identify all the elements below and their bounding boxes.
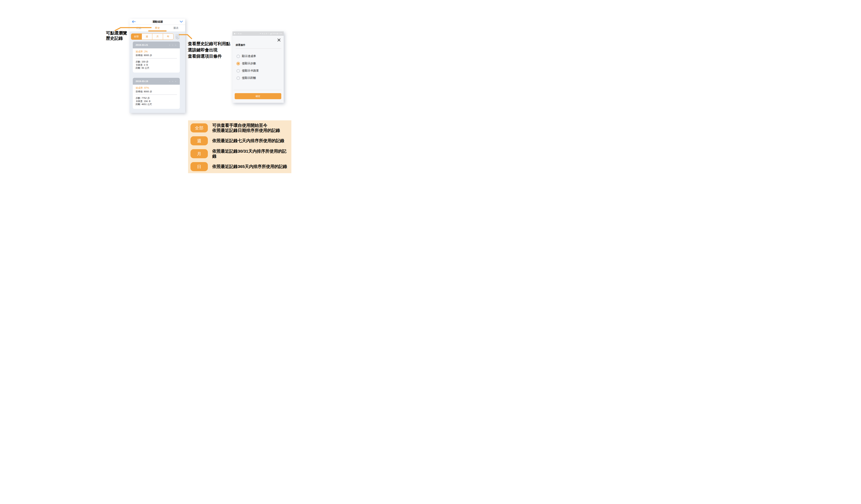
legend-text-line: 依照最近記錄七天内排序所使用的記錄 <box>212 138 284 143</box>
legend-text-line: 依照最近記錄日期排序所使用的記錄 <box>212 128 280 133</box>
radio-option-calories[interactable]: 僅顯示卡路里 <box>236 67 282 74</box>
dialog-divider <box>234 90 282 90</box>
more-options-icon[interactable]: ○ ○ ○ <box>169 44 177 46</box>
status-icons-right: ✶ N ▯ ◷ ◠ ◢ <box>260 33 272 34</box>
radio-label: 僅顯示步數 <box>242 62 256 65</box>
status-bar: ▣ ⌁ N ◎ ✶ N ▯ ◷ ◠ ◢ 25% ▮ 3:34 <box>232 31 284 36</box>
annotation-line: 查看歷史記錄可利用點 <box>188 41 230 47</box>
legend-row-day: 日 依照最近記錄365天内排序所使用的記錄 <box>191 162 290 171</box>
legend-button-month: 月 <box>191 149 208 158</box>
card-date: 2019-03-19 <box>136 80 148 82</box>
filter-options-list: 顯示達成率 僅顯示步數 僅顯示卡路里 僅顯示距離 <box>236 53 282 82</box>
chevron-down-icon[interactable] <box>180 21 183 23</box>
legend-button-week: 週 <box>191 136 208 145</box>
dialog-title: 篩選條件 <box>236 43 245 47</box>
history-card: 2019-03-21 ○ ○ ○ 達成率: 2% 目標值: 8000 步 步數:… <box>133 42 180 73</box>
filter-dialog-screen: ▣ ⌁ N ◎ ✶ N ▯ ◷ ◠ ◢ 25% ▮ 3:34 篩選條件 顯示達成… <box>232 31 284 103</box>
card-body: 達成率: 2% 目標值: 8000 步 步數: 159 步 卡路里: 3 卡 距… <box>133 48 180 73</box>
filter-sliders-icon[interactable] <box>176 33 180 40</box>
annotation-filter-hint: 查看歷史記錄可利用點 選該鍵即會出現 查看篩選項目條件 <box>188 41 230 59</box>
page-title: 運動追蹤 <box>152 20 163 24</box>
legend-text-line: 依照最近記錄30/31天内排序所使用的記錄 <box>212 149 290 159</box>
steps-stat: 步數: 159 步 <box>136 60 177 64</box>
achievement-rate: 達成率: 97% <box>136 86 177 89</box>
tab-bar: 紀錄 歷史 圖表 <box>129 25 185 31</box>
card-body: 達成率: 97% 目標值: 8000 步 步數: 7752 步 卡路里: 156… <box>133 85 180 109</box>
legend-button-all: 全部 <box>191 123 208 132</box>
exercise-tracking-screen: 運動追蹤 紀錄 歷史 圖表 全部 週 月 年 <box>129 19 185 113</box>
radio-option-achievement[interactable]: 顯示達成率 <box>236 53 282 60</box>
clock-time: 3:34 <box>278 33 282 34</box>
tab-charts[interactable]: 圖表 <box>167 25 185 31</box>
card-header: 2019-03-19 ○ ○ ○ <box>133 78 180 85</box>
radio-selected-icon <box>236 62 240 65</box>
back-arrow-icon[interactable] <box>132 20 136 23</box>
segment-all[interactable]: 全部 <box>131 34 142 40</box>
card-header: 2019-03-21 ○ ○ ○ <box>133 42 180 48</box>
battery-icon: ▮ <box>277 33 278 34</box>
goal-value: 目標值: 8000 步 <box>136 54 177 57</box>
legend-row-all: 全部 可供查看手環自使用開始至今 依照最近記錄日期排序所使用的記錄 <box>191 123 290 132</box>
distance-stat: 距離: 95 公尺 <box>136 67 177 70</box>
battery-percent: 25% <box>272 33 276 34</box>
confirm-button[interactable]: 確定 <box>235 93 281 99</box>
radio-label: 僅顯示卡路里 <box>242 69 259 73</box>
card-date: 2019-03-21 <box>136 44 148 46</box>
legend-button-day: 日 <box>191 162 208 171</box>
segment-month[interactable]: 月 <box>152 34 163 40</box>
history-card: 2019-03-19 ○ ○ ○ 達成率: 97% 目標值: 8000 步 步數… <box>133 78 180 109</box>
legend-panel: 全部 可供查看手環自使用開始至今 依照最近記錄日期排序所使用的記錄 週 依照最近… <box>188 120 291 173</box>
achievement-rate: 達成率: 2% <box>136 50 177 53</box>
calories-stat: 卡路里: 156 卡 <box>136 100 177 103</box>
radio-icon <box>236 69 240 73</box>
steps-stat: 步數: 7752 步 <box>136 97 177 100</box>
annotation-line: 可點選瀏覽 <box>106 30 127 36</box>
annotation-browse-history: 可點選瀏覽 歷史記錄 <box>106 30 127 41</box>
legend-row-week: 週 依照最近記錄七天内排序所使用的記錄 <box>191 136 290 145</box>
radio-label: 僅顯示距離 <box>242 76 256 80</box>
segment-week[interactable]: 週 <box>142 34 152 40</box>
annotation-line: 查看篩選項目條件 <box>188 53 230 59</box>
tab-records[interactable]: 紀錄 <box>129 25 148 31</box>
close-icon[interactable] <box>277 39 281 42</box>
app-header: 運動追蹤 <box>129 19 185 25</box>
history-list: 全部 週 月 年 2019-03-21 ○ ○ ○ <box>129 31 185 113</box>
legend-text-line: 可供查看手環自使用開始至今 <box>212 123 280 128</box>
radio-label: 顯示達成率 <box>242 54 256 58</box>
goal-value: 目標值: 8000 步 <box>136 90 177 93</box>
distance-stat: 距離: 4651 公尺 <box>136 103 177 106</box>
legend-row-month: 月 依照最近記錄30/31天内排序所使用的記錄 <box>191 149 290 158</box>
annotation-line: 歷史記錄 <box>106 36 127 41</box>
status-icons-left: ▣ ⌁ N ◎ <box>234 33 242 34</box>
radio-icon <box>236 55 240 58</box>
segment-year[interactable]: 年 <box>163 34 174 40</box>
more-options-icon[interactable]: ○ ○ ○ <box>169 81 177 82</box>
radio-option-steps[interactable]: 僅顯示步數 <box>236 60 282 67</box>
radio-icon <box>236 76 240 80</box>
range-filter-control: 全部 週 月 年 <box>131 33 174 40</box>
annotation-line: 選該鍵即會出現 <box>188 47 230 53</box>
radio-option-distance[interactable]: 僅顯示距離 <box>236 74 282 82</box>
calories-stat: 卡路里: 3 卡 <box>136 64 177 67</box>
legend-text-line: 依照最近記錄365天内排序所使用的記錄 <box>212 164 287 169</box>
